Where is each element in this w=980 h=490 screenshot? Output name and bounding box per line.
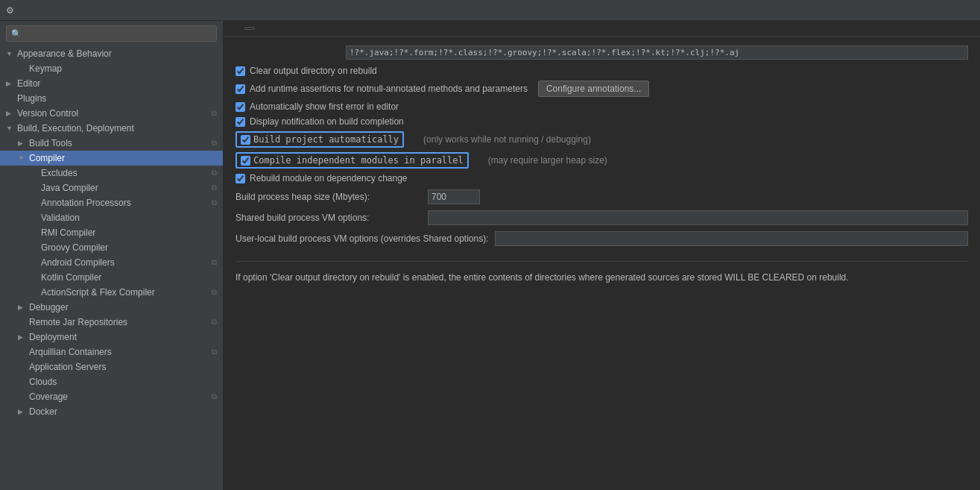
sidebar-item-java-compiler[interactable]: Java Compiler⧉ bbox=[0, 180, 223, 195]
sidebar-item-label: Validation bbox=[41, 213, 80, 223]
arrow-icon: ▶ bbox=[6, 80, 15, 87]
app-icon: ⚙ bbox=[6, 5, 14, 16]
arrow-icon: ▼ bbox=[6, 125, 15, 132]
sidebar-item-debugger[interactable]: ▶Debugger bbox=[0, 300, 223, 315]
sidebar-item-label: Debugger bbox=[29, 302, 69, 312]
field-row-shared-vm: Shared build process VM options: bbox=[235, 210, 968, 225]
checkbox-row-display-notification: Display notification on build completion bbox=[235, 116, 968, 127]
checkbox-row-rebuild-module: Rebuild module on dependency change bbox=[235, 173, 968, 183]
sidebar-item-remote-jar[interactable]: Remote Jar Repositories⧉ bbox=[0, 315, 223, 330]
checkbox-add-assertions[interactable] bbox=[235, 84, 245, 94]
sidebar-item-compiler[interactable]: ▼Compiler bbox=[0, 151, 223, 166]
sidebar-item-label: Build, Execution, Deployment bbox=[17, 123, 134, 134]
main-container: 🔍 ▼Appearance & BehaviorKeymap▶EditorPlu… bbox=[0, 21, 980, 490]
sidebar-item-validation[interactable]: Validation bbox=[0, 210, 223, 225]
sidebar-item-label: Editor bbox=[17, 78, 40, 89]
checkbox-note-compile-parallel: (may require larger heap size) bbox=[488, 155, 607, 166]
search-icon: 🔍 bbox=[11, 29, 22, 39]
sidebar-item-annotation-processors[interactable]: Annotation Processors⧉ bbox=[0, 195, 223, 210]
sidebar-item-label: Keymap bbox=[29, 63, 62, 74]
resource-patterns-input[interactable] bbox=[346, 45, 968, 60]
sidebar-item-label: Arquillian Containers bbox=[29, 347, 112, 357]
checkbox-auto-show-error[interactable] bbox=[235, 102, 245, 112]
search-box[interactable]: 🔍 bbox=[6, 25, 217, 42]
checkbox-clear-output[interactable] bbox=[235, 66, 245, 76]
sidebar-item-app-servers[interactable]: Application Servers bbox=[0, 359, 223, 374]
sidebar-item-label: Application Servers bbox=[29, 362, 106, 372]
field-label-shared-vm: Shared build process VM options: bbox=[235, 213, 422, 223]
checkbox-display-notification[interactable] bbox=[235, 117, 245, 127]
sidebar-item-label: Android Compilers bbox=[41, 257, 115, 268]
checkbox-build-automatically[interactable] bbox=[241, 135, 250, 145]
sidebar-item-actionscript-flex[interactable]: ActionScript & Flex Compiler⧉ bbox=[0, 285, 223, 300]
for-current-project bbox=[244, 27, 255, 30]
sidebar-item-plugins[interactable]: Plugins bbox=[0, 91, 223, 106]
checkbox-row-auto-show-error: Automatically show first error in editor bbox=[235, 101, 968, 112]
search-input[interactable] bbox=[25, 28, 212, 39]
sidebar-item-clouds[interactable]: Clouds bbox=[0, 374, 223, 389]
sidebar-item-editor[interactable]: ▶Editor bbox=[0, 76, 223, 91]
sidebar-item-label: Groovy Compiler bbox=[41, 242, 108, 253]
resource-patterns-row bbox=[235, 45, 968, 60]
sidebar-item-appearance[interactable]: ▼Appearance & Behavior bbox=[0, 46, 223, 61]
sidebar-item-label: Clouds bbox=[29, 377, 57, 387]
copy-icon: ⧉ bbox=[212, 183, 217, 192]
sidebar-item-rmi-compiler[interactable]: RMI Compiler bbox=[0, 225, 223, 240]
field-input-user-local-vm[interactable] bbox=[495, 231, 969, 246]
arrow-icon: ▼ bbox=[6, 50, 15, 57]
arrow-icon: ▶ bbox=[18, 304, 27, 311]
checkbox-row-compile-parallel: Compile independent modules in parallel … bbox=[235, 152, 968, 169]
checkboxes-container: Clear output directory on rebuild Add ru… bbox=[235, 66, 968, 183]
arrow-icon: ▶ bbox=[6, 110, 15, 117]
sidebar-item-deployment[interactable]: ▶Deployment bbox=[0, 330, 223, 345]
checkbox-row-build-automatically: Build project automatically (only works … bbox=[235, 131, 968, 148]
checkbox-label-display-notification: Display notification on build completion bbox=[250, 116, 404, 127]
configure-annotations-button[interactable]: Configure annotations... bbox=[538, 81, 649, 97]
field-input-shared-vm[interactable] bbox=[428, 210, 968, 225]
sidebar-item-label: Deployment bbox=[29, 332, 77, 342]
sidebar-item-label: Remote Jar Repositories bbox=[29, 317, 127, 327]
sidebar-item-label: RMI Compiler bbox=[41, 227, 95, 238]
sidebar-item-label: Coverage bbox=[29, 392, 68, 402]
content-panel: Clear output directory on rebuild Add ru… bbox=[224, 21, 980, 490]
checkbox-compile-parallel[interactable] bbox=[241, 156, 250, 166]
resource-patterns-label bbox=[235, 45, 340, 47]
warning-body: If option 'Clear output directory on reb… bbox=[235, 271, 968, 284]
sidebar-item-android-compilers[interactable]: Android Compilers⧉ bbox=[0, 255, 223, 270]
sidebar-item-docker[interactable]: ▶Docker bbox=[0, 404, 223, 419]
arrow-icon: ▶ bbox=[18, 139, 27, 147]
checkbox-row-add-assertions: Add runtime assertions for notnull-annot… bbox=[235, 81, 968, 97]
sidebar-tree: ▼Appearance & BehaviorKeymap▶EditorPlugi… bbox=[0, 46, 223, 419]
sidebar-item-excludes[interactable]: Excludes⧉ bbox=[0, 166, 223, 180]
sidebar-item-label: Annotation Processors bbox=[41, 198, 131, 208]
sidebar-item-keymap[interactable]: Keymap bbox=[0, 61, 223, 76]
highlighted-checkbox-compile-parallel[interactable]: Compile independent modules in parallel bbox=[235, 152, 469, 169]
checkbox-row-clear-output: Clear output directory on rebuild bbox=[235, 66, 968, 76]
warning-section: If option 'Clear output directory on reb… bbox=[235, 261, 968, 290]
sidebar-item-kotlin-compiler[interactable]: Kotlin Compiler bbox=[0, 270, 223, 285]
copy-icon: ⧉ bbox=[212, 318, 217, 327]
checkbox-label-clear-output: Clear output directory on rebuild bbox=[250, 66, 377, 76]
copy-icon: ⧉ bbox=[212, 198, 217, 207]
checkbox-label-build-automatically: Build project automatically bbox=[253, 134, 399, 145]
field-row-heap-size: Build process heap size (Mbytes): bbox=[235, 189, 968, 204]
sidebar-item-label: Java Compiler bbox=[41, 183, 98, 193]
highlighted-checkbox-build-automatically[interactable]: Build project automatically bbox=[235, 131, 404, 148]
field-label-user-local-vm: User-local build process VM options (ove… bbox=[235, 233, 489, 244]
field-input-heap-size[interactable] bbox=[428, 189, 480, 204]
sidebar-item-build-tools[interactable]: ▶Build Tools⧉ bbox=[0, 136, 223, 151]
arrow-icon: ▶ bbox=[18, 333, 27, 341]
sidebar-item-coverage[interactable]: Coverage⧉ bbox=[0, 389, 223, 404]
checkbox-label-compile-parallel: Compile independent modules in parallel bbox=[253, 155, 464, 166]
copy-icon: ⧉ bbox=[212, 258, 217, 267]
copy-icon: ⧉ bbox=[212, 139, 217, 148]
sidebar-item-label: Build Tools bbox=[29, 138, 72, 148]
copy-icon: ⧉ bbox=[212, 392, 217, 401]
copy-icon: ⧉ bbox=[212, 288, 217, 297]
sidebar-item-groovy-compiler[interactable]: Groovy Compiler bbox=[0, 240, 223, 255]
sidebar-item-arquillian[interactable]: Arquillian Containers⧉ bbox=[0, 345, 223, 359]
checkbox-rebuild-module[interactable] bbox=[235, 174, 245, 183]
sidebar-item-label: Kotlin Compiler bbox=[41, 272, 101, 283]
sidebar-item-build-exec[interactable]: ▼Build, Execution, Deployment bbox=[0, 121, 223, 136]
sidebar-item-version-control[interactable]: ▶Version Control⧉ bbox=[0, 106, 223, 121]
